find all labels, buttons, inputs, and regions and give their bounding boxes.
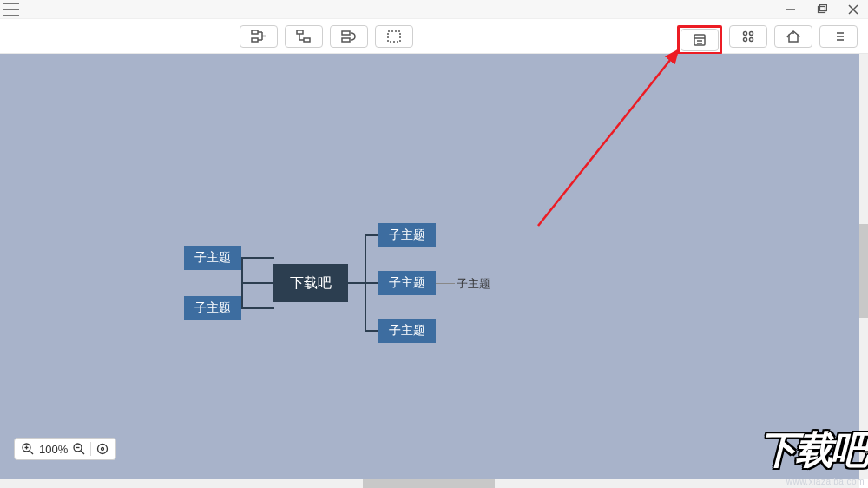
insert-subtopic-button[interactable] — [240, 25, 278, 48]
maximize-button[interactable] — [816, 3, 828, 16]
svg-point-40 — [102, 448, 104, 451]
connector-line — [241, 307, 274, 309]
svg-rect-14 — [304, 38, 310, 42]
style-button[interactable] — [774, 25, 812, 48]
leaf-topic-node[interactable]: 子主题 — [457, 276, 490, 292]
outline-button[interactable] — [819, 25, 858, 48]
separator — [90, 442, 91, 456]
svg-rect-15 — [342, 31, 350, 35]
toolbar — [0, 19, 868, 54]
svg-rect-5 — [252, 30, 258, 34]
toolbar-right-group — [677, 25, 858, 55]
connector-line — [365, 330, 378, 332]
window-controls — [785, 3, 865, 16]
menu-icon[interactable] — [3, 3, 19, 16]
format-panel-button[interactable] — [681, 29, 719, 51]
svg-line-37 — [81, 451, 84, 454]
subtopic-node[interactable]: 子主题 — [184, 296, 241, 320]
vertical-scrollbar[interactable] — [859, 54, 868, 479]
close-button[interactable] — [847, 3, 859, 16]
svg-rect-17 — [388, 31, 400, 42]
minimize-button[interactable] — [785, 3, 797, 16]
connector-line — [241, 257, 274, 259]
svg-line-33 — [30, 451, 33, 454]
connector-line — [365, 234, 378, 236]
annotation-highlight-box — [677, 25, 722, 55]
scrollbar-thumb[interactable] — [363, 479, 495, 488]
svg-rect-1 — [819, 6, 825, 12]
svg-point-24 — [744, 38, 747, 42]
connector-line — [347, 282, 366, 284]
fit-view-button[interactable] — [96, 443, 108, 455]
title-bar — [0, 0, 868, 19]
svg-rect-11 — [297, 30, 303, 34]
connector-line — [436, 283, 455, 284]
markers-button[interactable] — [729, 25, 767, 48]
subtopic-node[interactable]: 子主题 — [184, 246, 241, 270]
svg-rect-2 — [820, 4, 827, 10]
central-topic-node[interactable]: 下载吧 — [273, 264, 348, 302]
svg-rect-16 — [342, 38, 350, 42]
connector-line — [365, 282, 378, 284]
svg-point-23 — [750, 32, 753, 36]
subtopic-node[interactable]: 子主题 — [378, 223, 436, 247]
zoom-controls: 100% — [14, 438, 116, 460]
scrollbar-thumb[interactable] — [859, 224, 868, 318]
relationship-button[interactable] — [330, 25, 368, 48]
zoom-level-label: 100% — [39, 443, 68, 456]
subtopic-node[interactable]: 子主题 — [378, 319, 436, 343]
svg-rect-6 — [252, 38, 258, 42]
svg-point-25 — [750, 38, 753, 42]
svg-point-39 — [98, 445, 108, 454]
insert-child-button[interactable] — [285, 25, 323, 48]
zoom-in-button[interactable] — [22, 443, 34, 455]
subtopic-node[interactable]: 子主题 — [378, 271, 436, 295]
mindmap-canvas[interactable]: 下载吧 子主题 子主题 子主题 子主题 子主题 子主题 100% — [0, 54, 859, 479]
toolbar-center-group — [240, 25, 413, 48]
horizontal-scrollbar[interactable] — [0, 479, 859, 488]
svg-point-22 — [744, 32, 747, 36]
boundary-button[interactable] — [375, 25, 413, 48]
zoom-out-button[interactable] — [73, 443, 85, 455]
connector-line — [241, 282, 274, 284]
